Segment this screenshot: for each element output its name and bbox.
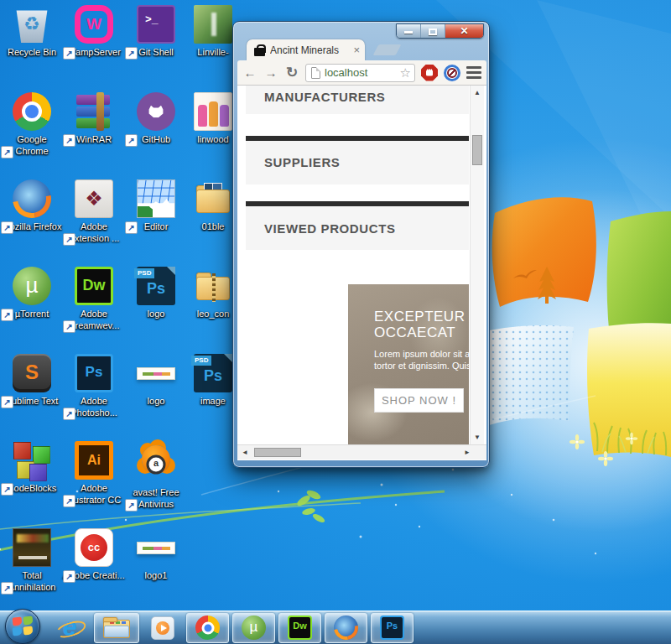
zip-folder-icon [194,267,232,305]
desktop-icon-adobe-extension[interactable]: ❖ Adobe Extension ... [62,179,126,245]
section-manufacturers: MANUFACTURERS [246,86,469,114]
taskbar-windows-explorer[interactable] [94,613,139,643]
back-button[interactable]: ← [242,65,257,80]
vertical-scroll-thumb[interactable] [472,135,482,165]
scroll-down-icon[interactable]: ▼ [471,434,484,441]
shortcut-arrow-icon [1,309,13,321]
close-icon: ✕ [445,25,483,37]
photo-thumbnail-icon [194,5,232,44]
taskbar-dreamweaver[interactable]: Dw [278,613,321,643]
shortcut-arrow-icon [63,408,75,420]
start-button[interactable] [5,609,40,644]
firefox-icon [13,179,51,218]
taskbar-firefox[interactable] [325,613,367,643]
scroll-right-icon[interactable]: ► [461,449,473,456]
vertical-scrollbar[interactable]: ▲ ▼ [470,86,484,444]
game-cover-icon [13,528,51,567]
shortcut-arrow-icon [125,47,138,60]
desktop-icon-recycle-bin[interactable]: ♻ Recycle Bin [0,5,64,59]
desktop-icon-google-chrome[interactable]: Google Chrome [0,92,64,158]
shortcut-arrow-icon [125,499,138,512]
windows-flag-icon [13,616,23,626]
desktop-icon-adobe-dreamweaver[interactable]: Dw Adobe Dreamwev... [62,267,126,332]
shop-now-button[interactable]: SHOP NOW ! [374,388,464,413]
taskbar-photoshop[interactable]: Ps [371,613,414,643]
shortcut-arrow-icon [63,233,75,246]
photo-thumbnail-icon [194,92,232,131]
reload-button[interactable]: ↻ [284,65,299,80]
desktop-icon-logo-psd[interactable]: PsPSD logo [124,267,188,320]
shortcut-arrow-icon [1,396,13,408]
recycle-bin-icon: ♻ [13,5,51,44]
scroll-left-icon[interactable]: ◄ [239,449,251,456]
browser-window: ✕ Ancint Minerals × ← → ↻ localhost ☆ MA… [232,21,490,468]
shortcut-arrow-icon [1,483,13,496]
desktop-icon-adobe-photoshop[interactable]: Ps Adobe Photosho... [62,354,126,419]
image-thumbnail-icon [137,542,175,554]
minimize-icon [404,31,413,34]
desktop-icon-git-shell[interactable]: >_ Git Shell [124,5,188,59]
section-suppliers: SUPPLIERS [246,141,469,184]
address-bar[interactable]: localhost ☆ [305,64,415,82]
shortcut-arrow-icon [125,134,138,147]
page-icon [311,67,320,79]
bookmark-star-icon[interactable]: ☆ [400,65,411,80]
shortcut-arrow-icon [63,570,75,583]
desktop-icon-wampserver[interactable]: W WampServer [62,5,126,59]
desktop-icon-winrar[interactable]: WinRAR [62,92,126,146]
shortcut-arrow-icon [63,47,75,60]
browser-tab[interactable]: Ancint Minerals × [247,39,365,60]
horizontal-scrollbar[interactable]: ◄ ► [237,444,486,460]
taskbar: e µ Dw Ps [0,610,671,644]
sublime-text-icon: S [13,354,51,392]
shortcut-arrow-icon [1,221,13,234]
taskbar-media-player[interactable] [143,613,183,643]
taskbar-google-chrome[interactable] [186,613,229,643]
promo-banner[interactable]: EXCEPTEUR OCCAECAT Lorem ipsum dolor sit… [348,284,469,444]
desktop-icon-codeblocks[interactable]: CodeBlocks [0,441,64,495]
section-heading[interactable]: VIEWED PRODUCTS [246,206,469,236]
git-shell-icon: >_ [137,5,175,44]
maximize-button[interactable] [421,24,445,38]
creative-cloud-icon: cc [75,528,113,567]
psd-file-icon: PsPSD [137,267,175,305]
photoshop-icon: Ps [380,615,404,640]
photoshop-icon: Ps [75,354,113,392]
blocker-extension-icon[interactable] [444,65,460,81]
desktop-icon-sublime-text[interactable]: S Sublime Text [0,354,64,408]
desktop-icon-total-annihilation[interactable]: Total Annihilation [0,528,64,594]
utorrent-icon: µ [242,615,266,640]
close-button[interactable]: ✕ [445,24,483,38]
desktop-icon-utorrent[interactable]: µ µTorrent [0,267,64,320]
minimize-button[interactable] [397,24,421,38]
desktop-icon-logo1[interactable]: logo1 [124,528,188,582]
desktop-icon-logo-thumb[interactable]: logo [124,354,188,408]
desktop-icon-avast[interactable]: avast! Free Antivirus [124,441,188,511]
explorer-folder-icon [103,617,130,639]
taskbar-internet-explorer[interactable]: e [49,613,91,643]
maximize-icon [429,29,437,35]
desktop-icon-mozilla-firefox[interactable]: Mozilla Firefox [0,179,64,233]
banner-body: Lorem ipsum dolor sit amet tortor et dig… [374,348,469,371]
section-heading[interactable]: SUPPLIERS [246,141,469,169]
scroll-up-icon[interactable]: ▲ [471,89,484,96]
page-viewport: MANUFACTURERS SUPPLIERS VIEWED PRODUCTS … [237,86,486,460]
taskbar-utorrent[interactable]: µ [232,613,275,643]
desktop-icon-editor[interactable]: Editor [124,179,188,233]
shortcut-arrow-icon [63,320,75,333]
horizontal-scroll-thumb[interactable] [254,448,301,457]
dreamweaver-icon: Dw [288,615,312,640]
new-tab-button[interactable] [373,44,402,55]
section-heading[interactable]: MANUFACTURERS [246,86,469,104]
adblock-extension-icon[interactable] [421,65,438,81]
adobe-extension-manager-icon: ❖ [75,179,113,218]
desktop-icon-github[interactable]: GitHub [124,92,188,146]
desktop-icon-adobe-illustrator[interactable]: Ai Adobe Illustrator CC [62,441,126,506]
desktop-icon-adobe-creative[interactable]: cc Adobe Creati... [62,528,126,582]
forward-button[interactable]: → [263,65,278,80]
tab-close-icon[interactable]: × [353,44,360,56]
codeblocks-icon [13,441,51,480]
chrome-menu-icon[interactable] [466,66,481,79]
winrar-icon [75,92,113,131]
tab-title: Ancint Minerals [270,44,350,56]
